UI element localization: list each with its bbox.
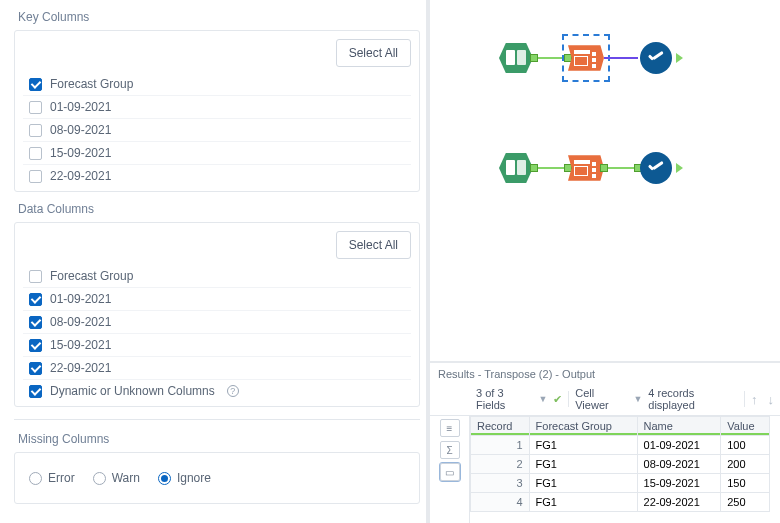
key-item-row[interactable]: 22-09-2021 (23, 164, 411, 187)
cell-record: 4 (471, 493, 530, 512)
radio-icon[interactable] (158, 472, 171, 485)
results-panel: Results - Transpose (2) - Output 3 of 3 … (430, 361, 780, 523)
key-item-row[interactable]: 15-09-2021 (23, 141, 411, 164)
cell-value: 250 (721, 493, 770, 512)
missing-columns-title: Missing Columns (18, 432, 420, 446)
table-row[interactable]: 4FG122-09-2021250 (471, 493, 770, 512)
chevron-down-icon[interactable]: ▼ (538, 394, 547, 404)
workflow-row-1 (498, 40, 683, 76)
missing-radio-group: ErrorWarnIgnore (23, 461, 411, 499)
results-toolbar: 3 of 3 Fields ▼ ✔ Cell Viewer ▼ 4 record… (430, 385, 780, 416)
records-count: 4 records displayed (648, 387, 738, 411)
move-down-icon[interactable]: ↓ (768, 392, 775, 407)
connector (604, 167, 638, 169)
cell-viewer-dropdown[interactable]: Cell Viewer (575, 387, 627, 411)
radio-label: Warn (112, 471, 140, 485)
divider (568, 391, 569, 407)
checkbox[interactable] (29, 170, 42, 183)
data-item-row[interactable]: 15-09-2021 (23, 333, 411, 356)
divider (744, 391, 745, 407)
cell-group: FG1 (529, 455, 637, 474)
transpose-tool-node-1[interactable] (568, 40, 604, 76)
key-item-row[interactable]: 01-09-2021 (23, 95, 411, 118)
results-gutter: ≡ Σ ▭ (430, 416, 470, 523)
chevron-down-icon[interactable]: ▼ (633, 394, 642, 404)
check-icon (640, 152, 672, 184)
sum-icon[interactable]: Σ (440, 441, 460, 459)
results-table: Record Forecast Group Name Value 1FG101-… (470, 416, 770, 512)
input-tool-node-1[interactable] (498, 40, 534, 76)
checkbox[interactable] (29, 124, 42, 137)
right-pane: Results - Transpose (2) - Output 3 of 3 … (430, 0, 780, 523)
key-columns-title: Key Columns (18, 10, 420, 24)
checkbox[interactable] (29, 78, 42, 91)
data-item-row[interactable]: Dynamic or Unknown Columns? (23, 379, 411, 402)
checkbox[interactable] (29, 293, 42, 306)
checkbox[interactable] (29, 101, 42, 114)
grid-view-icon[interactable]: ▭ (440, 463, 460, 481)
browse-tool-node-2[interactable] (638, 150, 674, 186)
connector (604, 57, 638, 59)
key-item-label: 15-09-2021 (50, 146, 111, 160)
radio-icon[interactable] (29, 472, 42, 485)
data-item-row[interactable]: 01-09-2021 (23, 287, 411, 310)
key-item-label: Forecast Group (50, 77, 133, 91)
table-row[interactable]: 2FG108-09-2021200 (471, 455, 770, 474)
browse-tool-node-1[interactable] (638, 40, 674, 76)
checkbox[interactable] (29, 385, 42, 398)
checkbox[interactable] (29, 362, 42, 375)
table-row[interactable]: 3FG115-09-2021150 (471, 474, 770, 493)
transpose-icon (568, 42, 604, 74)
data-item-row[interactable]: Forecast Group (23, 265, 411, 287)
output-port-icon (676, 163, 683, 173)
key-item-row[interactable]: Forecast Group (23, 73, 411, 95)
info-icon[interactable]: ? (227, 385, 239, 397)
key-columns-list: Forecast Group01-09-202108-09-202115-09-… (23, 73, 411, 187)
col-group[interactable]: Forecast Group (529, 417, 637, 436)
list-view-icon[interactable]: ≡ (440, 419, 460, 437)
checkbox[interactable] (29, 147, 42, 160)
key-item-row[interactable]: 08-09-2021 (23, 118, 411, 141)
connector (534, 167, 568, 169)
radio-label: Ignore (177, 471, 211, 485)
select-all-data-button[interactable]: Select All (336, 231, 411, 259)
cell-name: 22-09-2021 (637, 493, 721, 512)
data-item-label: 01-09-2021 (50, 292, 111, 306)
cell-group: FG1 (529, 493, 637, 512)
checkbox[interactable] (29, 339, 42, 352)
missing-radio-error[interactable]: Error (29, 471, 75, 485)
missing-radio-warn[interactable]: Warn (93, 471, 140, 485)
key-item-label: 22-09-2021 (50, 169, 111, 183)
move-up-icon[interactable]: ↑ (751, 392, 758, 407)
missing-columns-panel: ErrorWarnIgnore (14, 452, 420, 504)
key-item-label: 08-09-2021 (50, 123, 111, 137)
select-all-key-button[interactable]: Select All (336, 39, 411, 67)
col-name[interactable]: Name (637, 417, 721, 436)
results-title: Results - Transpose (2) - Output (430, 363, 780, 385)
check-icon: ✔ (553, 393, 562, 406)
col-record[interactable]: Record (471, 417, 530, 436)
transpose-tool-node-2[interactable] (568, 150, 604, 186)
input-tool-node-2[interactable] (498, 150, 534, 186)
workflow-canvas[interactable] (430, 0, 780, 361)
checkbox[interactable] (29, 270, 42, 283)
fields-count[interactable]: 3 of 3 Fields (476, 387, 532, 411)
radio-label: Error (48, 471, 75, 485)
missing-radio-ignore[interactable]: Ignore (158, 471, 211, 485)
key-item-label: 01-09-2021 (50, 100, 111, 114)
config-panel: Key Columns Select All Forecast Group01-… (0, 0, 430, 523)
cell-name: 01-09-2021 (637, 436, 721, 455)
checkbox[interactable] (29, 316, 42, 329)
col-value[interactable]: Value (721, 417, 770, 436)
cell-name: 15-09-2021 (637, 474, 721, 493)
radio-icon[interactable] (93, 472, 106, 485)
data-item-row[interactable]: 08-09-2021 (23, 310, 411, 333)
book-icon (499, 153, 533, 183)
data-columns-list: Forecast Group01-09-202108-09-202115-09-… (23, 265, 411, 402)
key-columns-panel: Select All Forecast Group01-09-202108-09… (14, 30, 420, 192)
cell-value: 200 (721, 455, 770, 474)
divider (14, 419, 420, 420)
data-item-row[interactable]: 22-09-2021 (23, 356, 411, 379)
app-root: Key Columns Select All Forecast Group01-… (0, 0, 780, 523)
table-row[interactable]: 1FG101-09-2021100 (471, 436, 770, 455)
